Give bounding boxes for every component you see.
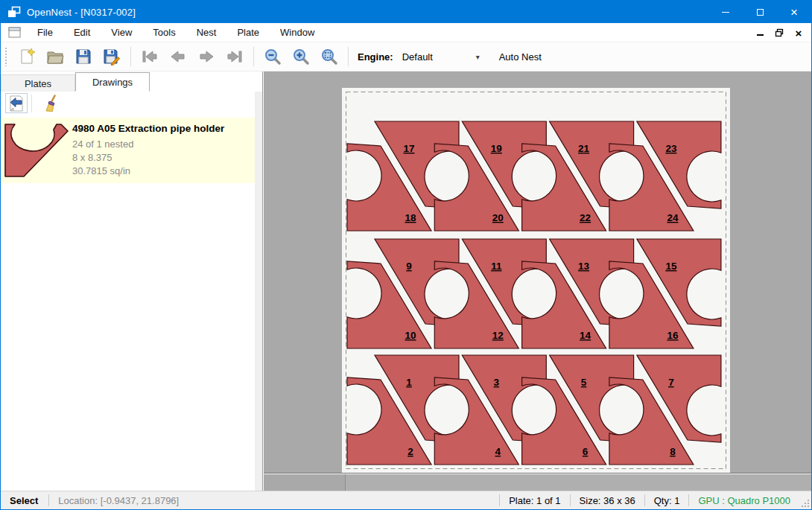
part-number-19: 19 xyxy=(491,143,502,154)
chevron-down-icon: ▾ xyxy=(476,53,480,61)
toolbar-separator xyxy=(130,47,131,66)
part-number-7: 7 xyxy=(668,377,674,388)
go-previous-icon xyxy=(169,48,187,66)
save-as-button[interactable] xyxy=(98,45,126,68)
go-last-icon xyxy=(226,48,244,66)
part-number-22: 22 xyxy=(580,212,591,223)
titlebar[interactable]: OpenNest - [N0317-002] × xyxy=(1,1,811,23)
zoom-in-button[interactable] xyxy=(287,45,315,68)
save-button[interactable] xyxy=(69,45,98,68)
zoom-fit-button[interactable] xyxy=(315,45,343,68)
menu-item-view[interactable]: View xyxy=(101,23,142,42)
status-plate: Plate: 1 of 1 xyxy=(500,495,569,506)
part-number-24: 24 xyxy=(667,212,679,223)
part-number-13: 13 xyxy=(578,261,590,272)
save-as-icon xyxy=(103,48,121,66)
part-number-23: 23 xyxy=(665,143,677,154)
close-icon: × xyxy=(790,6,798,19)
part-number-10: 10 xyxy=(405,330,416,341)
canvas-hscrollbar[interactable] xyxy=(264,474,811,491)
part-number-21: 21 xyxy=(578,143,590,154)
drawings-toolbar xyxy=(1,92,262,115)
resize-grip-icon xyxy=(799,491,811,510)
toolbar-separator xyxy=(348,47,349,66)
main-toolbar: Engine: Default ▾ Auto Nest xyxy=(1,42,811,71)
part-number-12: 12 xyxy=(492,330,504,341)
last-plate-button[interactable] xyxy=(221,45,249,68)
app-icon xyxy=(7,5,21,19)
part-number-3: 3 xyxy=(494,377,500,388)
go-first-icon xyxy=(141,48,159,66)
statusbar: Select Location: [-0.9437, 21.8796] Plat… xyxy=(1,491,811,509)
close-button[interactable]: × xyxy=(777,1,811,23)
tab-drawings[interactable]: Drawings xyxy=(75,72,150,92)
part-number-20: 20 xyxy=(492,212,504,223)
nest-canvas[interactable]: 171819202122232491011121314151612345678 xyxy=(264,71,811,474)
toolbar-separator xyxy=(253,47,254,66)
menu-item-nest[interactable]: Nest xyxy=(186,23,227,42)
status-gpu: GPU : Quadro P1000 xyxy=(689,495,799,506)
engine-label: Engine: xyxy=(358,51,393,63)
menu-item-file[interactable]: File xyxy=(27,23,63,42)
part-number-17: 17 xyxy=(403,143,414,154)
document-window-icon[interactable] xyxy=(8,27,21,38)
zoom-out-button[interactable] xyxy=(258,45,287,68)
drawing-list-item[interactable]: 4980 A05 Extraction pipe holder 24 of 1 … xyxy=(1,118,255,183)
panel-tabstrip: PlatesDrawings xyxy=(1,71,262,92)
first-plate-button[interactable] xyxy=(136,45,164,68)
broom-icon xyxy=(42,95,60,112)
import-drawing-icon xyxy=(7,95,25,112)
drawing-area: 30.7815 sq/in xyxy=(72,165,224,178)
menu-item-plate[interactable]: Plate xyxy=(226,23,270,42)
part-number-2: 2 xyxy=(407,446,413,457)
nest-view: 171819202122232491011121314151612345678 xyxy=(264,71,811,474)
drawing-dimensions: 8 x 8.375 xyxy=(72,151,224,165)
menu-item-edit[interactable]: Edit xyxy=(63,23,101,42)
next-plate-button[interactable] xyxy=(192,45,221,68)
save-icon xyxy=(74,48,92,66)
status-qty: Qty: 1 xyxy=(645,495,689,506)
part-number-1: 1 xyxy=(406,377,412,388)
part-number-14: 14 xyxy=(580,330,591,341)
part-number-4: 4 xyxy=(495,446,501,457)
zoom-out-icon xyxy=(264,48,282,66)
engine-combobox[interactable]: Default ▾ xyxy=(399,48,483,66)
drawing-nested-count: 24 of 1 nested xyxy=(72,138,224,151)
mdi-restore-button[interactable] xyxy=(770,25,789,41)
minimize-button[interactable] xyxy=(708,1,743,23)
hscrollbar-thumb[interactable] xyxy=(345,474,811,491)
maximize-icon xyxy=(757,9,764,16)
part-number-11: 11 xyxy=(491,261,502,272)
mdi-close-button[interactable]: × xyxy=(789,25,808,41)
part-number-5: 5 xyxy=(581,377,587,388)
import-drawing-button[interactable] xyxy=(5,93,28,113)
menu-item-window[interactable]: Window xyxy=(270,23,325,42)
part-number-8: 8 xyxy=(670,446,676,457)
toolbar-grip[interactable] xyxy=(4,47,8,66)
auto-nest-button[interactable]: Auto Nest xyxy=(493,48,548,66)
mdi-restore-icon xyxy=(775,28,784,37)
panel-toolbar-separator xyxy=(31,95,32,112)
status-mode: Select xyxy=(1,495,48,506)
part-thumbnail xyxy=(1,118,72,183)
part-number-9: 9 xyxy=(406,261,412,272)
new-button[interactable] xyxy=(13,45,41,68)
drawing-title: 4980 A05 Extraction pipe holder xyxy=(72,123,224,134)
status-location: Location: [-0.9437, 21.8796] xyxy=(49,495,188,506)
part-number-15: 15 xyxy=(665,261,677,272)
mdi-minimize-icon xyxy=(757,34,764,36)
panel-scrollbar[interactable] xyxy=(255,92,262,491)
tab-plates[interactable]: Plates xyxy=(1,74,75,92)
open-button[interactable] xyxy=(41,45,69,68)
clean-button[interactable] xyxy=(40,93,63,113)
zoom-fit-icon xyxy=(320,48,338,66)
resize-grip[interactable] xyxy=(799,491,811,510)
mdi-minimize-button[interactable] xyxy=(750,25,770,41)
mdi-close-icon: × xyxy=(796,28,802,39)
previous-plate-button[interactable] xyxy=(164,45,192,68)
open-folder-icon xyxy=(46,48,64,66)
menu-item-tools[interactable]: Tools xyxy=(142,23,185,42)
minimize-icon xyxy=(722,12,729,13)
maximize-button[interactable] xyxy=(743,1,777,23)
part-number-18: 18 xyxy=(405,212,416,223)
